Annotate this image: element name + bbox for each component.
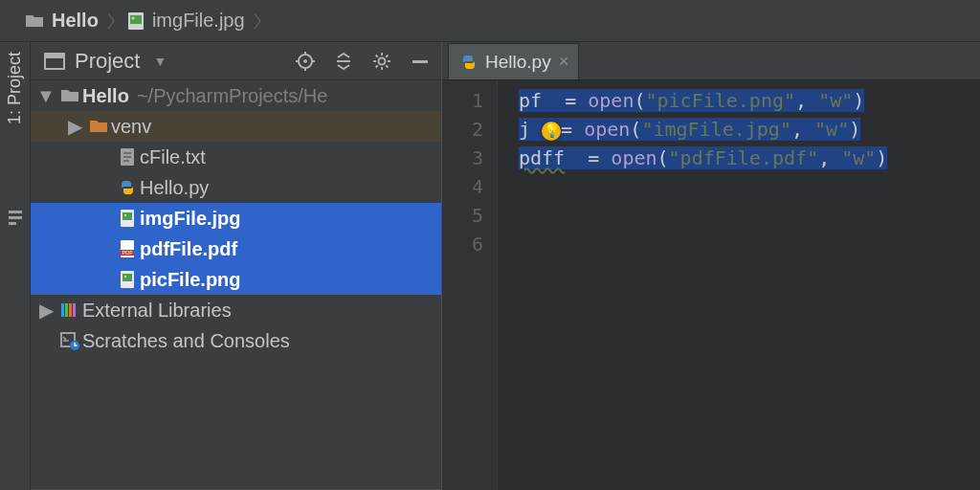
svg-point-15 (379, 57, 386, 64)
image-file-icon (115, 270, 140, 289)
breadcrumb-item-root[interactable]: Hello (17, 0, 106, 42)
toolwindow-strip: 1: Project (0, 42, 31, 490)
scratches-icon (57, 331, 82, 350)
svg-rect-40 (69, 303, 72, 317)
svg-line-21 (386, 65, 388, 67)
svg-text:PDF: PDF (122, 250, 134, 256)
svg-line-22 (376, 65, 378, 67)
project-tree[interactable]: ▼ Hello ~/PycharmProjects/He ▶ venv (31, 80, 441, 489)
chevron-down-icon: ▼ (34, 85, 57, 107)
chevron-right-icon (106, 0, 120, 42)
hide-button[interactable] (403, 44, 437, 78)
breadcrumb-item-file[interactable]: imgFile.jpg (120, 0, 253, 42)
svg-rect-36 (122, 274, 132, 281)
chevron-right-icon: ▶ (63, 115, 86, 138)
project-panel: Project ▼ ▼ (31, 42, 442, 490)
svg-rect-38 (61, 303, 64, 317)
svg-rect-5 (9, 222, 16, 225)
svg-line-23 (386, 55, 388, 56)
image-file-icon (127, 11, 145, 31)
chevron-right-icon: ▶ (34, 299, 57, 322)
svg-rect-39 (65, 303, 68, 317)
breadcrumb: Hello imgFile.jpg (0, 0, 980, 42)
tree-item-external-libs[interactable]: ▶ External Libraries (31, 295, 441, 325)
tree-item-label: Hello.py (140, 177, 209, 199)
tree-item-file[interactable]: imgFile.jpg (31, 203, 441, 234)
svg-rect-3 (9, 211, 22, 213)
svg-point-31 (124, 214, 126, 216)
svg-rect-1 (130, 15, 142, 24)
locate-target-button[interactable] (288, 44, 323, 78)
close-icon[interactable]: × (559, 52, 569, 72)
settings-button[interactable] (365, 44, 399, 78)
breadcrumb-label: Hello (52, 10, 99, 32)
toolwindow-tab-project[interactable]: 1: Project (4, 52, 27, 124)
tree-item-label: imgFile.jpg (140, 208, 241, 230)
intention-bulb-icon[interactable]: 💡 (542, 122, 561, 141)
svg-rect-41 (73, 303, 76, 317)
svg-rect-30 (122, 212, 132, 220)
libraries-icon (57, 301, 82, 319)
tree-root[interactable]: ▼ Hello ~/PycharmProjects/He (31, 80, 441, 111)
line-number: 1 (442, 86, 483, 115)
folder-icon (57, 88, 82, 103)
project-icon (44, 53, 65, 70)
tree-item-label: Scratches and Consoles (82, 330, 290, 352)
tree-item-file[interactable]: picFile.png (31, 264, 441, 295)
tree-item-venv[interactable]: ▶ venv (31, 111, 441, 142)
editor-area: Hello.py × 1 2 3 4 5 6 pf = open("picFil… (442, 42, 980, 490)
tree-item-label: cFile.txt (140, 146, 206, 168)
line-number: 3 (442, 144, 483, 172)
tree-item-file[interactable]: cFile.txt (31, 142, 441, 172)
collapse-all-button[interactable] (326, 44, 361, 78)
editor-tab[interactable]: Hello.py × (448, 43, 579, 79)
svg-rect-24 (412, 60, 428, 63)
tree-item-path: ~/PycharmProjects/He (129, 85, 328, 107)
chevron-right-icon (253, 0, 266, 42)
pdf-file-icon: PDF (115, 239, 140, 258)
svg-line-20 (376, 55, 378, 56)
breadcrumb-label: imgFile.jpg (152, 10, 245, 32)
line-number: 2 (442, 115, 483, 144)
tree-item-label: venv (111, 116, 151, 138)
svg-rect-7 (45, 54, 64, 58)
tree-item-label: picFile.png (140, 269, 241, 291)
project-panel-header: Project ▼ (31, 42, 441, 80)
folder-icon (86, 119, 111, 134)
text-file-icon (115, 147, 140, 167)
editor-tabbar: Hello.py × (442, 42, 980, 80)
editor-code[interactable]: pf = open("picFile.png", "w")j 💡= open("… (498, 80, 980, 490)
structure-icon[interactable] (4, 209, 27, 226)
editor-gutter: 1 2 3 4 5 6 (442, 80, 498, 490)
tree-item-label: Hello (82, 85, 129, 107)
tree-item-file[interactable]: Hello.py (31, 172, 441, 203)
dropdown-icon[interactable]: ▼ (149, 54, 167, 69)
python-file-icon (460, 54, 478, 71)
tree-item-scratches[interactable]: Scratches and Consoles (31, 325, 441, 356)
svg-rect-4 (9, 216, 22, 219)
tab-label: Hello.py (485, 52, 551, 73)
svg-point-9 (303, 59, 307, 63)
svg-point-37 (124, 276, 126, 278)
tree-item-label: External Libraries (82, 300, 232, 322)
editor-body[interactable]: 1 2 3 4 5 6 pf = open("picFile.png", "w"… (442, 80, 980, 490)
line-number: 6 (442, 230, 483, 258)
panel-title[interactable]: Project (75, 49, 140, 74)
image-file-icon (115, 209, 140, 228)
folder-icon (25, 13, 44, 29)
python-file-icon (115, 179, 140, 196)
tree-item-file[interactable]: PDF pdfFile.pdf (31, 234, 441, 264)
line-number: 5 (442, 201, 483, 230)
tree-item-label: pdfFile.pdf (140, 238, 237, 260)
svg-point-2 (131, 16, 134, 19)
toolwindow-label: 1: Project (5, 52, 25, 124)
line-number: 4 (442, 172, 483, 201)
